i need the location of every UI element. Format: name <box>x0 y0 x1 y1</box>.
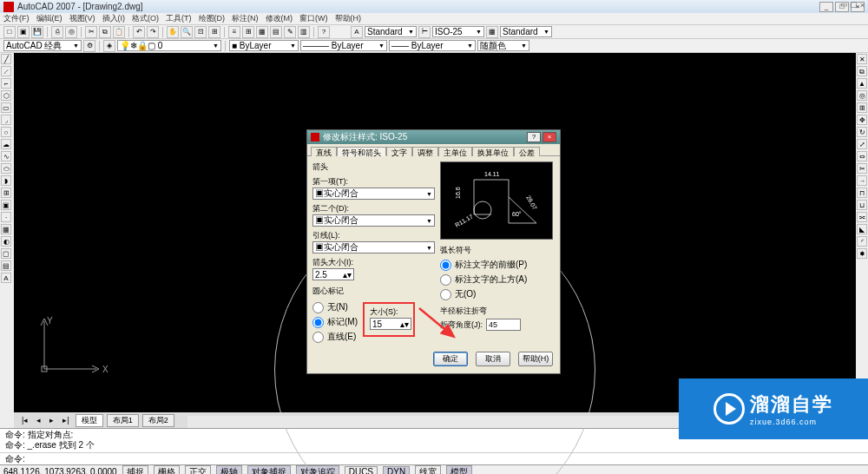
dialog-close-button[interactable]: × <box>542 132 556 142</box>
line-icon[interactable]: ╱ <box>1 54 11 64</box>
minimize-button[interactable]: _ <box>819 2 833 12</box>
print-icon[interactable]: ⎙ <box>51 26 63 38</box>
textstyle-combo[interactable]: Standard▼ <box>365 26 417 37</box>
undo-icon[interactable]: ↶ <box>133 26 145 38</box>
mirror-icon[interactable]: ▲ <box>857 78 867 89</box>
dimstyle-icon[interactable]: ⊢ <box>418 26 431 38</box>
dialog-titlebar[interactable]: 修改标注样式: ISO-25 ? × <box>307 130 560 144</box>
xline-icon[interactable]: ⟋ <box>1 66 11 76</box>
menu-window[interactable]: 窗口(W) <box>299 13 328 24</box>
fillet-icon[interactable]: ◜ <box>857 236 867 247</box>
tab-model[interactable]: 模型 <box>76 414 103 427</box>
erase-icon[interactable]: ✕ <box>857 54 867 64</box>
make-block-icon[interactable]: ▣ <box>1 200 11 210</box>
pline-icon[interactable]: ⌐ <box>1 78 11 89</box>
tool-palette-icon[interactable]: ▦ <box>256 26 268 38</box>
menu-modify[interactable]: 修改(M) <box>266 13 293 24</box>
menu-format[interactable]: 格式(O) <box>132 13 159 24</box>
ortho-toggle[interactable]: 正交 <box>185 465 211 475</box>
move-icon[interactable]: ✥ <box>857 115 867 125</box>
tab-primary[interactable]: 主单位 <box>438 147 472 156</box>
aux-window-buttons[interactable]: ▭ ▢ ⨉ <box>840 0 865 10</box>
first-arrow-combo[interactable]: ▣实心闭合▼ <box>312 188 435 200</box>
second-arrow-combo[interactable]: ▣实心闭合▼ <box>312 214 435 227</box>
new-icon[interactable]: □ <box>3 26 16 38</box>
spline-icon[interactable]: ∿ <box>1 151 11 161</box>
join-icon[interactable]: ⫘ <box>857 212 867 222</box>
break-icon[interactable]: ⊔ <box>857 200 867 210</box>
polar-toggle[interactable]: 极轴 <box>216 465 242 475</box>
menu-help[interactable]: 帮助(H) <box>335 13 362 24</box>
workspace-settings-icon[interactable]: ⚙ <box>83 40 95 52</box>
chamfer-icon[interactable]: ◣ <box>857 224 867 234</box>
color-combo[interactable]: ■ ByLayer▼ <box>229 40 299 51</box>
menu-file[interactable]: 文件(F) <box>3 13 30 24</box>
tab-lines[interactable]: 直线 <box>311 147 337 156</box>
tablestyle-combo[interactable]: Standard▼ <box>500 26 552 37</box>
paste-icon[interactable]: 📋 <box>113 26 125 38</box>
zoom-prev-icon[interactable]: ⊞ <box>208 26 220 38</box>
help-icon[interactable]: ? <box>318 26 330 38</box>
menu-view[interactable]: 视图(V) <box>69 13 95 24</box>
textstyle-icon[interactable]: A <box>351 26 363 38</box>
tab-nav-first[interactable]: |◂ <box>19 416 30 425</box>
tablestyle-icon[interactable]: ▦ <box>486 26 498 38</box>
save-icon[interactable]: 💾 <box>31 26 43 38</box>
rotate-icon[interactable]: ↻ <box>857 127 867 137</box>
ellipse-arc-icon[interactable]: ◗ <box>1 175 11 186</box>
copy-icon[interactable]: ⧉ <box>99 26 111 38</box>
open-icon[interactable]: ▣ <box>17 26 30 38</box>
tab-text[interactable]: 文字 <box>386 147 412 156</box>
rectangle-icon[interactable]: ▭ <box>1 102 11 113</box>
layer-icon[interactable]: ◈ <box>103 40 115 52</box>
layer-combo[interactable]: 💡❄🔒▢ 0▼ <box>117 40 221 51</box>
ellipse-icon[interactable]: ⬭ <box>1 163 11 174</box>
workspace-combo[interactable]: AutoCAD 经典▼ <box>3 40 82 51</box>
help-button[interactable]: 帮助(H) <box>518 352 553 366</box>
lineweight-combo[interactable]: —— ByLayer▼ <box>389 40 476 51</box>
tab-nav-last[interactable]: ▸| <box>60 416 71 425</box>
cancel-button[interactable]: 取消 <box>476 352 510 366</box>
hatch-icon[interactable]: ▦ <box>1 224 11 234</box>
arc-above-radio[interactable]: 标注文字的上方(A) <box>440 273 555 286</box>
preview-icon[interactable]: ◎ <box>65 26 77 38</box>
menu-edit[interactable]: 编辑(E) <box>36 13 62 24</box>
offset-icon[interactable]: ◎ <box>857 90 867 101</box>
tab-nav-prev[interactable]: ◂ <box>34 416 43 425</box>
calc-icon[interactable]: ▥ <box>298 26 310 38</box>
gradient-icon[interactable]: ◐ <box>1 236 11 247</box>
array-icon[interactable]: ⊞ <box>857 102 867 113</box>
region-icon[interactable]: ▢ <box>1 248 11 259</box>
circle-icon[interactable]: ○ <box>1 127 11 137</box>
arc-none-radio[interactable]: 无(O) <box>440 288 555 300</box>
center-size-spinner[interactable]: 15▴▾ <box>370 318 411 330</box>
arc-icon[interactable]: ◞ <box>1 115 11 125</box>
extend-icon[interactable]: → <box>857 175 867 186</box>
tab-fit[interactable]: 调整 <box>412 147 438 156</box>
snap-toggle[interactable]: 捕捉 <box>122 465 148 475</box>
linetype-combo[interactable]: ——— ByLayer▼ <box>300 40 387 51</box>
dialog-help-button[interactable]: ? <box>527 132 541 142</box>
menu-dimension[interactable]: 标注(N) <box>232 13 259 24</box>
tab-layout2[interactable]: 布局2 <box>142 414 174 427</box>
polygon-icon[interactable]: ⬡ <box>1 90 11 101</box>
copy-obj-icon[interactable]: ⧉ <box>857 66 867 76</box>
dimstyle-combo[interactable]: ISO-25▼ <box>432 26 484 37</box>
tab-symbols-arrows[interactable]: 符号和箭头 <box>337 147 386 156</box>
zoom-icon[interactable]: 🔍 <box>181 26 193 38</box>
osnap-toggle[interactable]: 对象捕捉 <box>247 465 291 475</box>
scale-icon[interactable]: ⤢ <box>857 139 867 149</box>
break-at-icon[interactable]: ⊓ <box>857 188 867 198</box>
menu-draw[interactable]: 绘图(D) <box>199 13 226 24</box>
redo-icon[interactable]: ↷ <box>147 26 159 38</box>
cut-icon[interactable]: ✂ <box>85 26 97 38</box>
point-icon[interactable]: · <box>1 212 11 222</box>
tab-layout1[interactable]: 布局1 <box>107 414 139 427</box>
explode-icon[interactable]: ✸ <box>857 248 867 259</box>
plotstyle-combo[interactable]: 随颜色▼ <box>477 40 529 51</box>
revcloud-icon[interactable]: ☁ <box>1 139 11 149</box>
jog-angle-input[interactable] <box>486 319 521 331</box>
zoom-window-icon[interactable]: ⊡ <box>194 26 207 38</box>
tab-nav-next[interactable]: ▸ <box>47 416 56 425</box>
stretch-icon[interactable]: ⇔ <box>857 151 867 161</box>
